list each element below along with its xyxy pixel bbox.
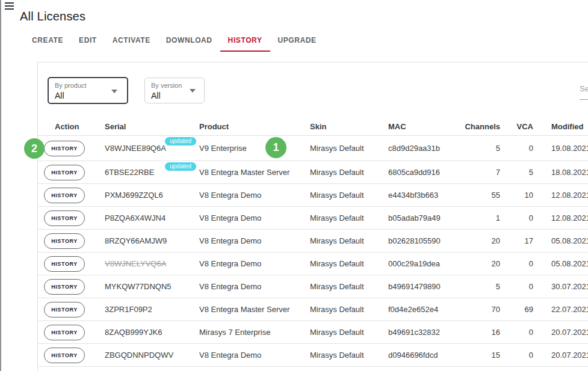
vca-cell: 69 <box>504 298 533 320</box>
product-cell: V8 Entegra Demo <box>199 344 306 366</box>
history-button[interactable]: HISTORY <box>44 279 85 295</box>
tab-edit[interactable]: EDIT <box>71 32 105 52</box>
table-row: HISTORY 3ZPR1F09P2 V8 Entegra Master Ser… <box>38 298 588 321</box>
history-button[interactable]: HISTORY <box>44 188 85 203</box>
history-button[interactable]: HISTORY <box>44 210 85 226</box>
hamburger-menu-icon[interactable] <box>5 2 14 11</box>
modified-cell: 20.07.2021 <box>551 321 588 343</box>
serial-value: V8WJNELYVQ6A <box>105 259 166 268</box>
filter-label: By product <box>55 82 87 89</box>
channels-cell: 20 <box>453 230 500 252</box>
serial-cell: ZBGQDNNPDQWV <box>105 344 195 366</box>
modified-cell: 19.08.2021 <box>551 136 588 161</box>
column-header-product[interactable]: Product <box>199 118 306 135</box>
modified-cell: 20.07.2021 <box>551 344 588 366</box>
action-cell: HISTORY <box>44 136 98 161</box>
annotation-step-1: 1 <box>265 137 286 158</box>
tab-download[interactable]: DOWNLOAD <box>158 32 220 52</box>
history-button[interactable]: HISTORY <box>44 302 85 317</box>
vca-cell: 10 <box>504 184 533 206</box>
licenses-panel: By product All By version All Search Act… <box>37 62 588 371</box>
filter-by-product-select[interactable]: By product All <box>48 77 128 104</box>
column-header-action[interactable]: Action <box>44 118 98 135</box>
skin-cell: Mirasys Default <box>310 207 383 229</box>
column-header-serial[interactable]: Serial <box>105 118 195 135</box>
modified-cell: 30.07.2021 <box>551 275 588 298</box>
skin-cell: Mirasys Default <box>310 298 383 320</box>
serial-cell: 8RZQY66AMJW9 <box>105 230 195 252</box>
serial-cell: MYKQW77DNQN5 <box>105 275 195 298</box>
mac-cell: 000c29a19dea <box>388 253 453 275</box>
table-row: HISTORY P8ZQA6X4WJN4 V8 Entegra Demo Mir… <box>38 207 588 230</box>
history-button[interactable]: HISTORY <box>44 233 85 249</box>
product-cell: V8 Entegra Demo <box>199 184 306 206</box>
product-cell: V8 Entegra Demo <box>199 230 306 252</box>
serial-value: MYKQW77DNQN5 <box>105 282 172 291</box>
vca-cell: 0 <box>504 253 533 275</box>
serial-cell: updated V8WJNEE89Q6A <box>105 136 195 161</box>
table-row: HISTORY ZBGQDNNPDQWV V8 Entegra Demo Mir… <box>38 344 588 367</box>
product-cell: V8 Entegra Demo <box>199 253 306 275</box>
table-row: HISTORY MYKQW77DNQN5 V8 Entegra Demo Mir… <box>38 275 588 298</box>
history-button[interactable]: HISTORY <box>44 256 85 272</box>
table-row: HISTORY 8ZAQB999YJK6 Mirasys 7 Enterpris… <box>38 321 588 344</box>
skin-cell: Mirasys Default <box>310 275 383 298</box>
table-row: HISTORY 8RZQY66AMJW9 V8 Entegra Demo Mir… <box>38 230 588 253</box>
channels-cell: 7 <box>453 161 500 183</box>
action-cell: HISTORY <box>44 275 98 298</box>
tab-bar: CREATE EDIT ACTIVATE DOWNLOAD HISTORY UP… <box>24 32 324 52</box>
serial-cell: PXMJ699ZZQL6 <box>105 184 195 206</box>
skin-cell: Mirasys Default <box>310 230 383 252</box>
filter-selected-value: All <box>55 91 64 100</box>
history-button[interactable]: HISTORY <box>44 165 85 180</box>
skin-cell: Mirasys Default <box>310 344 383 366</box>
history-button[interactable]: HISTORY <box>44 325 85 340</box>
serial-value: 8ZAQB999YJK6 <box>105 328 162 337</box>
mac-cell: e4434bf3b663 <box>388 184 453 206</box>
action-cell: HISTORY <box>44 207 98 229</box>
tab-history[interactable]: HISTORY <box>220 32 270 52</box>
skin-cell: Mirasys Default <box>310 136 383 161</box>
search-input[interactable]: Search <box>580 84 588 100</box>
serial-value: ZBGQDNNPDQWV <box>105 351 173 360</box>
serial-cell: 3ZPR1F09P2 <box>105 298 195 320</box>
column-header-vca[interactable]: VCA <box>504 118 533 135</box>
tab-upgrade[interactable]: UPGRADE <box>270 32 324 52</box>
action-cell: HISTORY <box>44 161 98 183</box>
channels-cell: 55 <box>453 184 500 206</box>
tab-create[interactable]: CREATE <box>24 32 71 52</box>
vca-cell: 0 <box>504 321 533 343</box>
mac-cell: b02628105590 <box>388 230 453 252</box>
chevron-down-icon <box>190 89 196 93</box>
history-button[interactable]: HISTORY <box>44 141 85 156</box>
filter-label: By version <box>151 82 182 89</box>
table-row: HISTORY PXMJ699ZZQL6 V8 Entegra Demo Mir… <box>38 184 588 207</box>
vca-cell: 0 <box>504 136 533 161</box>
updated-badge: updated <box>165 162 196 171</box>
table-row: HISTORY updated V8WJNEE89Q6A V9 Enterpri… <box>38 136 588 161</box>
modified-cell: 05.08.2021 <box>551 253 588 275</box>
column-header-mac[interactable]: MAC <box>388 118 453 135</box>
column-header-modified[interactable]: Modified ↓ <box>551 118 588 135</box>
vca-cell: 17 <box>504 230 533 252</box>
mac-cell: 6805ca9dd916 <box>388 161 453 183</box>
channels-cell: 5 <box>453 275 500 298</box>
mac-cell: b05adab79a49 <box>388 207 453 229</box>
product-cell: V8 Entegra Demo <box>199 275 306 298</box>
mac-cell: b49691479890 <box>388 275 453 298</box>
channels-cell: 70 <box>453 298 500 320</box>
column-header-channels[interactable]: Channels <box>453 118 500 135</box>
product-cell: Mirasys 7 Enterprise <box>199 321 306 343</box>
mac-cell: f0d4e2e652e4 <box>388 298 453 320</box>
history-button[interactable]: HISTORY <box>44 348 85 363</box>
modified-cell: 22.07.2021 <box>551 298 588 320</box>
action-cell: HISTORY <box>44 321 98 343</box>
table-row: HISTORY V8WJNELYVQ6A V8 Entegra Demo Mir… <box>38 253 588 275</box>
column-header-skin[interactable]: Skin <box>310 118 383 135</box>
chevron-down-icon <box>111 90 117 93</box>
tab-activate[interactable]: ACTIVATE <box>105 32 158 52</box>
serial-cell: P8ZQA6X4WJN4 <box>105 207 195 229</box>
filter-by-version-select[interactable]: By version All <box>144 78 205 103</box>
filter-selected-value: All <box>151 91 161 100</box>
action-cell: HISTORY <box>44 230 98 252</box>
